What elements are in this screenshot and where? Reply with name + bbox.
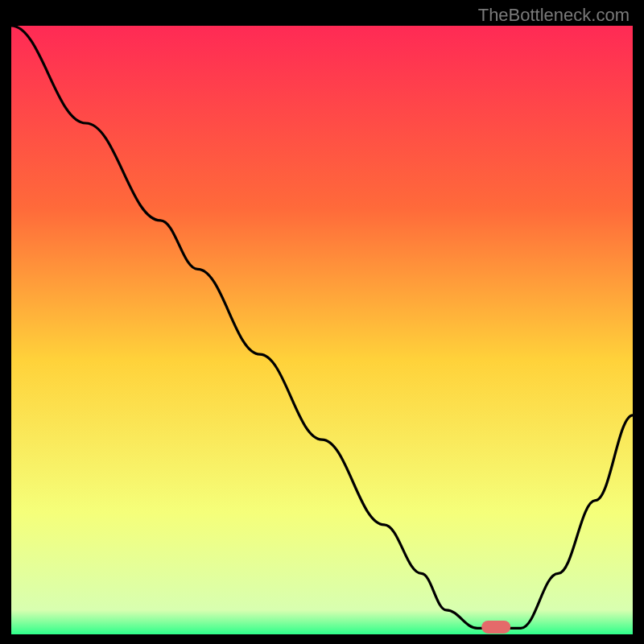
gradient-bg <box>11 26 633 634</box>
chart-svg <box>11 26 633 634</box>
chart-frame <box>11 26 633 634</box>
marker-pill <box>481 621 510 634</box>
watermark-text: TheBottleneck.com <box>478 5 630 26</box>
